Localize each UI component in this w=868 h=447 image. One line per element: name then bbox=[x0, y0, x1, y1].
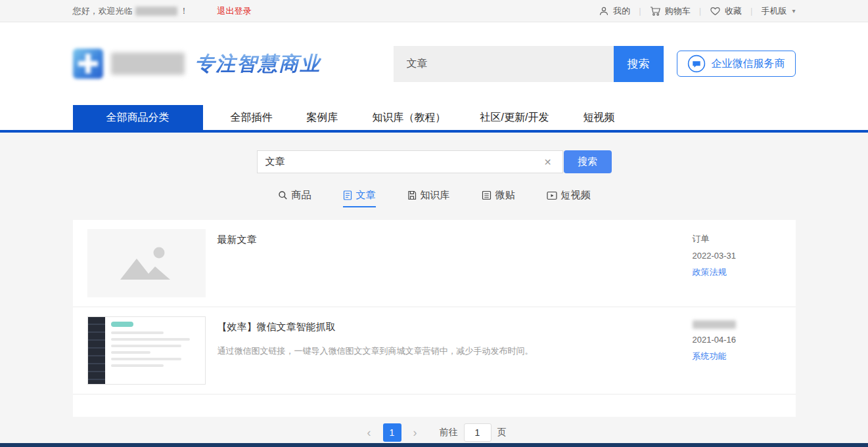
result-title[interactable]: 最新文章 bbox=[217, 234, 693, 246]
result-title[interactable]: 【效率】微信文章智能抓取 bbox=[217, 321, 693, 333]
result-date: 2022-03-31 bbox=[693, 251, 781, 261]
screenshot-sidebar bbox=[88, 317, 105, 384]
result-item[interactable]: 【效率】微信文章智能抓取 通过微信图文链接，一键导入微信图文文章到商城文章营销中… bbox=[73, 307, 796, 394]
greeting: 您好，欢迎光临 ！ 退出登录 bbox=[73, 5, 252, 17]
video-icon bbox=[547, 191, 557, 200]
separator: | bbox=[699, 6, 701, 16]
content-search-button[interactable]: 搜索 bbox=[564, 150, 612, 173]
result-thumbnail-placeholder bbox=[87, 229, 206, 297]
content-search: ✕ 搜索 bbox=[0, 150, 868, 173]
results-list: 最新文章 订单 2022-03-31 政策法规 bbox=[73, 220, 796, 417]
cart-link[interactable]: 购物车 bbox=[650, 5, 691, 17]
wechat-chat-icon bbox=[687, 54, 706, 73]
content-search-input[interactable] bbox=[265, 156, 541, 167]
tab-articles[interactable]: 文章 bbox=[343, 189, 376, 207]
screenshot-content bbox=[105, 317, 205, 384]
tab-products[interactable]: 商品 bbox=[278, 189, 311, 207]
my-account-link[interactable]: 我的 bbox=[599, 5, 630, 17]
logo-slogan: 专注智慧商业 bbox=[195, 51, 321, 77]
cart-icon bbox=[650, 6, 661, 16]
tab-knowledge-base[interactable]: 知识库 bbox=[407, 189, 450, 207]
caret-down-icon: ▾ bbox=[792, 7, 795, 14]
site-logo[interactable]: 专注智慧商业 bbox=[73, 49, 321, 79]
prev-page-icon[interactable]: ‹ bbox=[362, 427, 377, 438]
separator: | bbox=[750, 6, 752, 16]
header-search-button[interactable]: 搜索 bbox=[614, 46, 664, 82]
page-unit-label: 页 bbox=[497, 427, 507, 438]
header-search-input[interactable] bbox=[394, 46, 614, 82]
goto-page: 前往 页 bbox=[440, 423, 507, 442]
next-page-icon[interactable]: › bbox=[408, 427, 423, 438]
result-description: 通过微信图文链接，一键导入微信图文文章到商城文章营销中，减少手动发布时间。 bbox=[217, 345, 693, 358]
result-date: 2021-04-16 bbox=[693, 335, 781, 345]
search-icon bbox=[278, 190, 288, 200]
topbar-links: 我的 | 购物车 | 收藏 | 手机版 ▾ bbox=[599, 5, 795, 17]
result-body: 最新文章 bbox=[206, 229, 693, 297]
result-body: 【效率】微信文章智能抓取 通过微信图文链接，一键导入微信图文文章到商城文章营销中… bbox=[206, 316, 693, 385]
result-thumbnail-screenshot bbox=[87, 316, 206, 385]
greeting-text: 您好，欢迎光临 bbox=[73, 5, 133, 17]
wechat-service-button[interactable]: 企业微信服务商 bbox=[677, 51, 796, 77]
result-type-tabs: 商品 文章 知识库 微贴 短视频 bbox=[0, 189, 868, 207]
knowledge-icon bbox=[407, 190, 417, 200]
nav-item-all-plugins[interactable]: 全部插件 bbox=[214, 105, 290, 130]
main-nav: 全部商品分类 全部插件 案例库 知识库（教程） 社区/更新/开发 短视频 bbox=[0, 105, 868, 133]
goto-label: 前往 bbox=[440, 427, 458, 438]
result-meta: 订单 2022-03-31 政策法规 bbox=[693, 229, 781, 297]
result-meta-label: 订单 bbox=[693, 233, 781, 245]
page-number-current[interactable]: 1 bbox=[383, 423, 401, 442]
result-category-link[interactable]: 系统功能 bbox=[693, 351, 727, 362]
nav-item-community[interactable]: 社区/更新/开发 bbox=[463, 105, 566, 130]
content-search-box: ✕ bbox=[257, 150, 563, 173]
tab-short-videos[interactable]: 短视频 bbox=[547, 189, 591, 207]
image-placeholder-icon bbox=[118, 244, 175, 282]
clear-search-icon[interactable]: ✕ bbox=[541, 157, 555, 167]
result-meta: 2021-04-16 系统功能 bbox=[693, 316, 781, 385]
header: 专注智慧商业 搜索 企业微信服务商 bbox=[0, 22, 868, 105]
nav-item-knowledge-base[interactable]: 知识库（教程） bbox=[355, 105, 463, 130]
article-icon bbox=[343, 190, 352, 200]
header-search: 搜索 bbox=[394, 46, 664, 82]
main-content: ✕ 搜索 商品 文章 知识库 微贴 短视频 bbox=[0, 133, 868, 443]
result-category-link[interactable]: 政策法规 bbox=[693, 266, 727, 278]
post-icon bbox=[482, 190, 491, 200]
greeting-suffix: ！ bbox=[180, 5, 189, 17]
logo-blurred-block bbox=[111, 53, 185, 75]
tab-posts[interactable]: 微贴 bbox=[482, 189, 515, 207]
separator: | bbox=[639, 6, 641, 16]
favorites-link[interactable]: 收藏 bbox=[710, 5, 742, 17]
user-icon bbox=[599, 6, 609, 16]
username-blurred bbox=[135, 7, 177, 16]
result-meta-blurred bbox=[693, 320, 736, 329]
result-item[interactable]: 最新文章 订单 2022-03-31 政策法规 bbox=[73, 220, 796, 307]
goto-page-input[interactable] bbox=[464, 423, 491, 442]
logo-mark-icon bbox=[73, 49, 103, 79]
heart-icon bbox=[710, 6, 721, 16]
logout-link[interactable]: 退出登录 bbox=[217, 5, 252, 17]
mobile-version-dropdown[interactable]: 手机版 ▾ bbox=[761, 5, 795, 17]
nav-item-all-categories[interactable]: 全部商品分类 bbox=[73, 105, 203, 130]
pagination: ‹ 1 › 前往 页 bbox=[0, 423, 868, 442]
nav-item-case-library[interactable]: 案例库 bbox=[290, 105, 355, 130]
nav-item-short-video[interactable]: 短视频 bbox=[566, 105, 631, 130]
topbar: 您好，欢迎光临 ！ 退出登录 我的 | 购物车 | 收藏 | 手机版 ▾ bbox=[0, 0, 868, 22]
footer-strip bbox=[0, 443, 868, 447]
